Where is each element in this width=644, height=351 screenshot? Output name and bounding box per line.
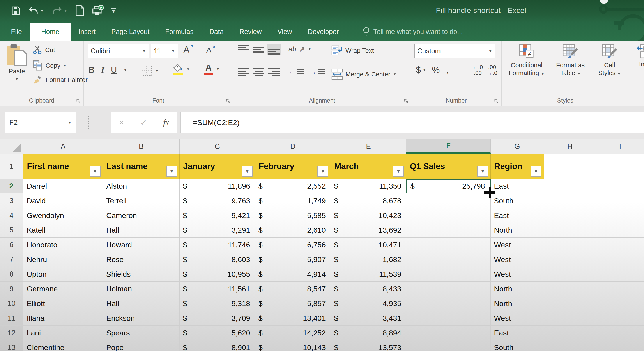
cell-F11[interactable]	[406, 311, 491, 326]
format-as-table-caret-icon[interactable]: ▼	[577, 72, 581, 76]
cell-D12[interactable]: $14,252	[255, 326, 331, 340]
cell-G9[interactable]: North	[491, 282, 544, 296]
cell-I8[interactable]	[596, 267, 644, 282]
cell-F3[interactable]	[406, 194, 491, 208]
cell-A12[interactable]: Lani	[24, 326, 103, 340]
cell-E2[interactable]: $11,350	[331, 179, 406, 194]
cut-button[interactable]: Cut	[33, 45, 55, 54]
cell-H4[interactable]	[544, 208, 596, 223]
tab-page-layout[interactable]: Page Layout	[104, 23, 157, 40]
row-header-1[interactable]: 1	[0, 154, 24, 179]
cell-I6[interactable]	[596, 238, 644, 252]
fill-color-button[interactable]: ▼	[173, 64, 190, 75]
tab-view[interactable]: View	[270, 23, 300, 40]
cell-I1[interactable]	[596, 154, 644, 179]
font-name-caret-icon[interactable]: ▼	[142, 49, 146, 53]
cell-D1[interactable]: February▼	[255, 154, 331, 179]
comma-style-button[interactable]: ,	[446, 65, 449, 75]
select-all-button[interactable]	[0, 139, 24, 154]
cell-F1[interactable]: Q1 Sales▼	[406, 154, 491, 179]
cell-E11[interactable]: $3,431	[331, 311, 406, 326]
cell-C7[interactable]: $8,603	[180, 252, 255, 267]
cell-C3[interactable]: $9,763	[180, 194, 255, 208]
cell-G4[interactable]: East	[491, 208, 544, 223]
filter-button-f[interactable]: ▼	[477, 166, 488, 177]
conditional-formatting-caret-icon[interactable]: ▼	[541, 72, 544, 76]
wrap-text-button[interactable]: Wrap Text	[332, 45, 374, 56]
tab-developer[interactable]: Developer	[300, 23, 346, 40]
row-header-11[interactable]: 11	[0, 311, 24, 326]
align-middle-button[interactable]	[252, 44, 265, 56]
cell-E7[interactable]: $1,682	[331, 252, 406, 267]
cell-H10[interactable]	[544, 296, 596, 311]
cell-F5[interactable]	[406, 223, 491, 238]
paste-caret-icon[interactable]: ▼	[15, 77, 19, 81]
cell-C9[interactable]: $11,561	[180, 282, 255, 296]
cell-E9[interactable]: $8,433	[331, 282, 406, 296]
cell-I7[interactable]	[596, 252, 644, 267]
cell-B2[interactable]: Alston	[103, 179, 180, 194]
column-header-b[interactable]: B	[103, 139, 180, 154]
column-header-i[interactable]: I	[596, 139, 644, 154]
cell-C6[interactable]: $11,746	[180, 238, 255, 252]
decrease-indent-button[interactable]: ←	[288, 68, 304, 75]
cell-H9[interactable]	[544, 282, 596, 296]
cell-B4[interactable]: Cameron	[103, 208, 180, 223]
row-header-13[interactable]: 13	[0, 340, 24, 351]
cell-G10[interactable]: North	[491, 296, 544, 311]
cell-I5[interactable]	[596, 223, 644, 238]
row-header-9[interactable]: 9	[0, 282, 24, 296]
cell-I13[interactable]	[596, 340, 644, 351]
cell-styles-caret-icon[interactable]: ▼	[617, 72, 621, 76]
undo-caret-icon[interactable]: ▼	[40, 9, 44, 13]
cell-H5[interactable]	[544, 223, 596, 238]
cancel-button[interactable]: ×	[119, 118, 124, 128]
column-header-a[interactable]: A	[24, 139, 103, 154]
customize-qat-caret-icon[interactable]: ▼	[111, 8, 116, 14]
cell-F8[interactable]	[406, 267, 491, 282]
cell-A3[interactable]: David	[24, 194, 103, 208]
tab-data[interactable]: Data	[201, 23, 231, 40]
undo-button[interactable]: ▼	[28, 6, 44, 16]
number-dialog-launcher[interactable]	[494, 99, 499, 104]
row-header-5[interactable]: 5	[0, 223, 24, 238]
fill-color-caret-icon[interactable]: ▼	[186, 68, 190, 71]
cell-A5[interactable]: Katell	[24, 223, 103, 238]
row-header-8[interactable]: 8	[0, 267, 24, 282]
redo-button[interactable]: ▼	[52, 6, 68, 16]
cell-A8[interactable]: Upton	[24, 267, 103, 282]
cell-I4[interactable]	[596, 208, 644, 223]
cell-B13[interactable]: Pope	[103, 340, 180, 351]
cell-A7[interactable]: Nehru	[24, 252, 103, 267]
insert-cells-button[interactable]: Inse ▼	[632, 44, 644, 74]
formula-input[interactable]: =SUM(C2:E2)	[180, 112, 644, 133]
cell-styles-button[interactable]: CellStyles ▼	[593, 44, 626, 77]
cell-F4[interactable]	[406, 208, 491, 223]
cell-H12[interactable]	[544, 326, 596, 340]
cell-B8[interactable]: Shields	[103, 267, 180, 282]
underline-button[interactable]: U	[111, 65, 117, 75]
cell-A2[interactable]: Darrel	[24, 179, 103, 194]
cell-G3[interactable]: South	[491, 194, 544, 208]
save-icon[interactable]	[10, 6, 20, 16]
tab-review[interactable]: Review	[232, 23, 270, 40]
cell-G7[interactable]: West	[491, 252, 544, 267]
cell-C4[interactable]: $9,421	[180, 208, 255, 223]
cell-D8[interactable]: $4,914	[255, 267, 331, 282]
merge-center-button[interactable]: Merge & Center ▼	[332, 68, 397, 80]
filter-button-g[interactable]: ▼	[530, 166, 542, 177]
cell-D9[interactable]: $8,547	[255, 282, 331, 296]
cell-H7[interactable]	[544, 252, 596, 267]
row-header-10[interactable]: 10	[0, 296, 24, 311]
cell-H2[interactable]	[544, 179, 596, 194]
cell-H13[interactable]	[544, 340, 596, 351]
merge-center-caret-icon[interactable]: ▼	[393, 72, 397, 76]
cell-A1[interactable]: First name▼	[24, 154, 103, 179]
cell-A11[interactable]: Illana	[24, 311, 103, 326]
cell-B11[interactable]: Erickson	[103, 311, 180, 326]
cell-A6[interactable]: Honorato	[24, 238, 103, 252]
cell-E6[interactable]: $10,471	[331, 238, 406, 252]
font-size-combo[interactable]: 11 ▼	[151, 44, 178, 58]
italic-button[interactable]: I	[101, 65, 104, 75]
column-header-h[interactable]: H	[544, 139, 596, 154]
